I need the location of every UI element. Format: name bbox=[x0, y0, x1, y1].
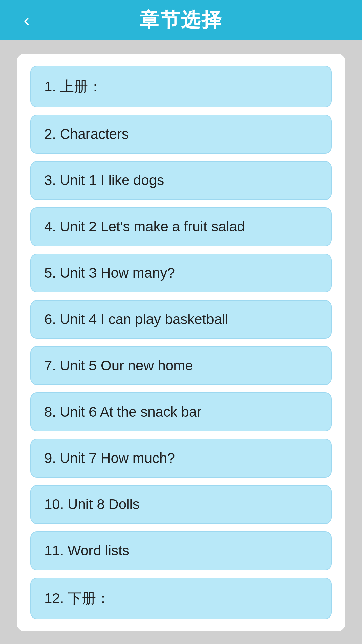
list-item[interactable]: 8. Unit 6 At the snack bar bbox=[30, 392, 332, 431]
list-item[interactable]: 9. Unit 7 How much? bbox=[30, 439, 332, 478]
list-item[interactable]: 4. Unit 2 Let's make a fruit salad bbox=[30, 207, 332, 246]
list-item-label: 7. Unit 5 Our new home bbox=[44, 358, 193, 374]
list-item-label: 5. Unit 3 How many? bbox=[44, 265, 175, 281]
list-item-label: 12. 下册： bbox=[44, 589, 110, 608]
content-container: 1. 上册：2. Characters3. Unit 1 I like dogs… bbox=[0, 40, 362, 644]
list-item[interactable]: 1. 上册： bbox=[30, 66, 332, 107]
list-item-label: 10. Unit 8 Dolls bbox=[44, 496, 140, 513]
list-item-label: 8. Unit 6 At the snack bar bbox=[44, 404, 201, 420]
list-item[interactable]: 7. Unit 5 Our new home bbox=[30, 346, 332, 385]
back-button[interactable]: ‹ bbox=[17, 10, 37, 30]
list-item[interactable]: 2. Characters bbox=[30, 115, 332, 154]
list-item-label: 9. Unit 7 How much? bbox=[44, 450, 175, 466]
list-item-label: 3. Unit 1 I like dogs bbox=[44, 172, 164, 189]
list-item[interactable]: 11. Word lists bbox=[30, 531, 332, 570]
list-item-label: 6. Unit 4 I can play basketball bbox=[44, 311, 228, 327]
chapter-list-card: 1. 上册：2. Characters3. Unit 1 I like dogs… bbox=[17, 54, 345, 631]
list-item-label: 4. Unit 2 Let's make a fruit salad bbox=[44, 219, 245, 235]
page-title: 章节选择 bbox=[139, 7, 223, 33]
app-header: ‹ 章节选择 bbox=[0, 0, 362, 40]
list-item[interactable]: 10. Unit 8 Dolls bbox=[30, 485, 332, 524]
list-item[interactable]: 6. Unit 4 I can play basketball bbox=[30, 300, 332, 339]
list-item-label: 1. 上册： bbox=[44, 77, 102, 96]
list-item[interactable]: 12. 下册： bbox=[30, 578, 332, 619]
list-item[interactable]: 3. Unit 1 I like dogs bbox=[30, 161, 332, 200]
list-item-label: 11. Word lists bbox=[44, 543, 129, 559]
list-item-label: 2. Characters bbox=[44, 126, 129, 142]
list-item[interactable]: 5. Unit 3 How many? bbox=[30, 254, 332, 292]
